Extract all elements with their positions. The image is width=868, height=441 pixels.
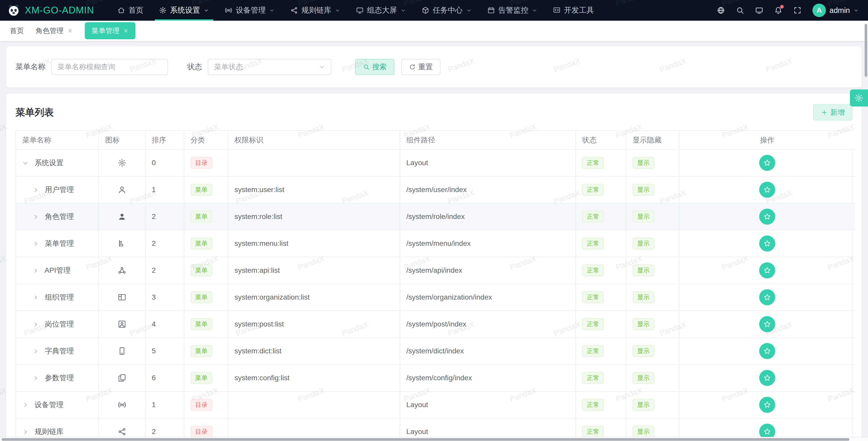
nav-item-system-settings[interactable]: 系统设置 bbox=[151, 0, 217, 21]
favorite-button[interactable] bbox=[759, 155, 775, 171]
search-submit-button[interactable]: 搜索 bbox=[355, 59, 395, 75]
expand-chevron-icon[interactable] bbox=[33, 348, 39, 354]
table-row[interactable]: 组织管理 3 菜单 system:organization:list /syst… bbox=[16, 284, 855, 311]
panel-header: 菜单列表 新增 bbox=[6, 94, 862, 130]
status-label: 状态 bbox=[187, 62, 202, 72]
horizontal-scrollbar-thumb[interactable] bbox=[2, 438, 849, 441]
table-row[interactable]: 岗位管理 4 菜单 system:post:list /system/post/… bbox=[16, 311, 855, 338]
cell-permission: system:config:list bbox=[228, 365, 400, 391]
brand-title: XM-GO-ADMIN bbox=[25, 5, 94, 16]
close-tab-icon[interactable] bbox=[67, 28, 73, 34]
expand-chevron-icon[interactable] bbox=[33, 375, 39, 381]
table-row[interactable]: API管理 2 菜单 system:api:list /system/api/i… bbox=[16, 257, 855, 284]
favorite-button[interactable] bbox=[759, 182, 775, 198]
cell-visibility: 显示 bbox=[626, 391, 679, 418]
nav-item-task-center[interactable]: 任务中心 bbox=[414, 0, 479, 21]
cell-menu-name: 角色管理 bbox=[16, 203, 99, 230]
user-menu[interactable]: A admin bbox=[812, 4, 859, 17]
cell-permission: system:menu:list bbox=[228, 230, 400, 257]
nav-item-label: 设备管理 bbox=[236, 5, 266, 15]
horizontal-scrollbar[interactable] bbox=[0, 437, 868, 441]
close-tab-icon[interactable] bbox=[123, 28, 129, 34]
expand-chevron-icon[interactable] bbox=[33, 294, 39, 301]
globe-button[interactable] bbox=[717, 6, 725, 14]
cell-status: 正常 bbox=[576, 203, 626, 230]
col-header-visibility: 显示隐藏 bbox=[626, 131, 679, 149]
tree-icon bbox=[118, 239, 126, 248]
table-row[interactable]: 用户管理 1 菜单 system:user:list /system/user/… bbox=[16, 176, 855, 203]
search-button[interactable] bbox=[736, 6, 744, 14]
expand-chevron-icon[interactable] bbox=[33, 267, 39, 274]
notifications-button[interactable] bbox=[774, 6, 782, 14]
expand-chevron-icon[interactable] bbox=[22, 429, 28, 435]
nav-item-home[interactable]: 首页 bbox=[110, 0, 151, 21]
table-row[interactable]: 系统设置 0 目录 Layout 正常 显示 bbox=[16, 149, 855, 176]
table-row[interactable]: 字典管理 5 菜单 system:dict:list /system/dict/… bbox=[16, 338, 855, 365]
tab-label: 首页 bbox=[10, 26, 24, 35]
tab-home[interactable]: 首页 bbox=[10, 26, 24, 35]
menu-name-text: 规则链库 bbox=[35, 428, 64, 436]
reset-button[interactable]: 重置 bbox=[401, 59, 440, 75]
layout-size-button[interactable] bbox=[755, 6, 763, 14]
status-badge: 正常 bbox=[582, 264, 604, 276]
table-row[interactable]: 设备管理 1 目录 Layout 正常 显示 bbox=[16, 391, 855, 418]
cell-path: Layout bbox=[400, 149, 576, 176]
table-header-row: 菜单名称 图标 排序 分类 权限标识 组件路径 状态 显示隐藏 操作 bbox=[16, 131, 855, 149]
expand-chevron-icon[interactable] bbox=[33, 321, 39, 327]
status-select[interactable]: 菜单状态 bbox=[208, 59, 331, 75]
cell-sort: 6 bbox=[145, 365, 184, 391]
favorite-button[interactable] bbox=[759, 262, 775, 278]
tab-role-management[interactable]: 角色管理 bbox=[36, 26, 73, 35]
expand-chevron-icon[interactable] bbox=[33, 214, 39, 220]
cell-category: 目录 bbox=[184, 391, 228, 418]
nav-item-dev-tools[interactable]: 开发工具 bbox=[545, 0, 602, 21]
visibility-badge: 显示 bbox=[632, 372, 654, 384]
col-header-name: 菜单名称 bbox=[16, 131, 99, 149]
cell-visibility: 显示 bbox=[626, 257, 679, 284]
category-badge: 菜单 bbox=[190, 184, 212, 196]
visibility-badge: 显示 bbox=[632, 211, 654, 223]
expand-chevron-icon[interactable] bbox=[22, 402, 28, 408]
cell-path: /system/config/index bbox=[400, 365, 576, 391]
nav-item-alarm-monitor[interactable]: 告警监控 bbox=[479, 0, 545, 21]
table-row[interactable]: 参数管理 6 菜单 system:config:list /system/con… bbox=[16, 365, 855, 391]
nav-item-label: 首页 bbox=[128, 5, 144, 15]
table-row[interactable]: 菜单管理 2 菜单 system:menu:list /system/menu/… bbox=[16, 230, 855, 257]
favorite-button[interactable] bbox=[759, 209, 775, 225]
table-row[interactable]: 角色管理 2 菜单 system:role:list /system/role/… bbox=[16, 203, 855, 230]
expand-chevron-icon[interactable] bbox=[33, 187, 39, 193]
favorite-button[interactable] bbox=[759, 370, 775, 386]
nav-item-dashboards[interactable]: 组态大屏 bbox=[348, 0, 414, 21]
favorite-button[interactable] bbox=[759, 343, 775, 359]
cell-actions bbox=[679, 230, 855, 257]
vertical-scrollbar-thumb[interactable] bbox=[865, 24, 867, 77]
nav-item-devices[interactable]: 设备管理 bbox=[217, 0, 282, 21]
add-button[interactable]: 新增 bbox=[813, 104, 852, 121]
cell-icon bbox=[99, 257, 145, 284]
cell-actions bbox=[679, 257, 855, 284]
favorite-button[interactable] bbox=[759, 235, 775, 252]
fullscreen-icon bbox=[793, 6, 802, 14]
menu-name-text: 角色管理 bbox=[45, 213, 74, 220]
visibility-badge: 显示 bbox=[632, 238, 654, 249]
category-badge: 菜单 bbox=[190, 238, 212, 249]
globe-icon bbox=[717, 6, 725, 14]
menu-name-input[interactable] bbox=[51, 59, 168, 75]
vertical-scrollbar[interactable] bbox=[864, 21, 868, 436]
fullscreen-button[interactable] bbox=[793, 6, 802, 14]
favorite-button[interactable] bbox=[759, 316, 775, 332]
cell-sort: 2 bbox=[145, 203, 184, 230]
cell-actions bbox=[679, 391, 855, 418]
task-icon bbox=[422, 6, 429, 14]
cell-icon bbox=[99, 203, 145, 230]
expand-chevron-icon[interactable] bbox=[33, 241, 39, 247]
favorite-button[interactable] bbox=[759, 289, 775, 305]
expand-chevron-icon[interactable] bbox=[22, 160, 28, 166]
visibility-badge: 显示 bbox=[632, 291, 654, 303]
tab-menu-management[interactable]: 菜单管理 bbox=[85, 22, 135, 39]
nav-item-rule-chains[interactable]: 规则链库 bbox=[282, 0, 348, 21]
cell-sort: 2 bbox=[145, 230, 184, 257]
add-button-label: 新增 bbox=[830, 107, 845, 117]
menu-name-label: 菜单名称 bbox=[16, 62, 45, 72]
favorite-button[interactable] bbox=[759, 397, 775, 413]
